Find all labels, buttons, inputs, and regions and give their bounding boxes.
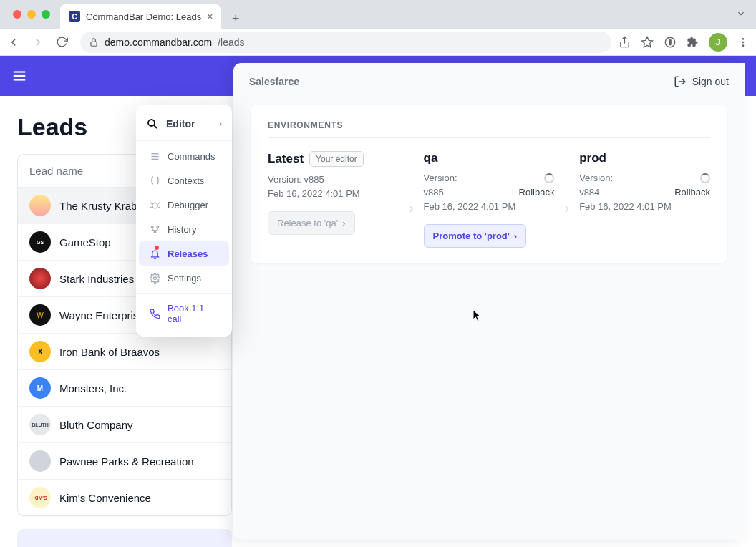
lead-avatar-icon: GS (29, 231, 51, 253)
lead-name: Monsters, Inc. (59, 382, 127, 394)
menu-item-commands[interactable]: Commands (139, 144, 229, 168)
svg-point-5 (742, 38, 745, 40)
your-editor-badge: Your editor (309, 151, 364, 167)
phone-icon (149, 308, 160, 319)
environments-panel: ENVIRONMENTS Latest Your editor Version:… (251, 105, 727, 263)
svg-rect-4 (669, 39, 671, 45)
sign-out-label: Sign out (692, 76, 729, 87)
pagination-placeholder (17, 529, 232, 547)
table-row[interactable]: Pawnee Parks & Recreation (18, 443, 231, 480)
bookmark-star-icon[interactable] (641, 36, 654, 49)
address-bar[interactable]: demo.commandbar.com/leads (80, 32, 611, 53)
tabs-dropdown-icon[interactable] (736, 9, 746, 19)
window-zoom-icon[interactable] (42, 10, 50, 19)
lead-avatar-icon: M (29, 377, 51, 399)
menu-item-label: Releases (168, 248, 208, 259)
table-row[interactable]: MMonsters, Inc. (18, 370, 231, 407)
new-tab-button[interactable]: + (226, 9, 246, 29)
extensions-icon[interactable] (687, 36, 699, 48)
tab-strip: C CommandBar Demo: Leads × + (0, 0, 756, 29)
lead-name: Bluth Company (59, 419, 133, 431)
rollback-button[interactable]: Rollback (674, 185, 710, 200)
menu-item-label: Book 1:1 call (168, 303, 219, 324)
lead-name: GameStop (59, 236, 111, 248)
flow-arrow-icon: › (407, 200, 415, 216)
menu-item-settings[interactable]: Settings (139, 266, 229, 290)
window-controls[interactable] (7, 0, 56, 29)
lead-name: Stark Industries (59, 273, 134, 285)
url-host: demo.commandbar.com (105, 37, 212, 48)
list-icon (149, 150, 160, 162)
table-row[interactable]: XIron Bank of Braavos (18, 334, 231, 370)
environment-prod: prod Version: v884 Rollback Feb 16, 2022… (579, 151, 710, 214)
lead-name: The Krusty Krab (59, 200, 137, 212)
lead-avatar-icon: X (29, 341, 51, 362)
gear-icon (149, 272, 160, 284)
flow-arrow-icon: › (563, 200, 571, 216)
lead-avatar-icon: BLUTH (29, 414, 51, 435)
tab-favicon-icon: C (69, 11, 80, 22)
chevron-right-icon: › (514, 231, 517, 241)
svg-line-13 (154, 125, 157, 128)
editor-menu-header[interactable]: Editor › (136, 110, 232, 137)
lead-avatar-icon (29, 195, 51, 216)
menu-item-releases[interactable]: Releases (139, 241, 229, 266)
env-version-label: Version: (579, 171, 613, 185)
editor-menu-title: Editor (166, 118, 195, 130)
menu-item-label: Commands (168, 151, 215, 162)
svg-point-23 (151, 226, 153, 228)
lock-icon (89, 37, 99, 47)
menu-item-label: Contexts (168, 175, 204, 186)
tab-close-icon[interactable]: × (207, 11, 213, 22)
releases-drawer: Salesfarce Sign out ENVIRONMENTS Latest … (233, 63, 745, 540)
rollback-button[interactable]: Rollback (519, 185, 555, 200)
env-title: Latest (268, 152, 304, 166)
extension-onepassword-icon[interactable] (664, 36, 677, 49)
env-version-label: Version: (424, 171, 457, 185)
menu-item-label: History (168, 224, 196, 235)
avatar-initial: J (715, 37, 720, 47)
menu-item-book-call[interactable]: Book 1:1 call (139, 296, 229, 331)
browser-tab[interactable]: C CommandBar Demo: Leads × (60, 4, 221, 29)
lead-name: Iron Bank of Braavos (59, 346, 160, 358)
env-title: prod (579, 151, 606, 165)
editor-menu: Editor › Commands Contexts Debugger Hist… (136, 105, 232, 337)
menu-item-label: Settings (168, 273, 201, 284)
promote-to-prod-button[interactable]: Promote to 'prod' › (424, 224, 527, 248)
button-label: Promote to 'prod' (433, 231, 510, 241)
nav-reload-button[interactable] (56, 36, 73, 48)
nav-forward-button[interactable] (32, 36, 49, 49)
menu-item-label: Debugger (168, 200, 208, 210)
sign-out-button[interactable]: Sign out (674, 75, 729, 88)
profile-avatar[interactable]: J (709, 33, 727, 52)
menu-item-history[interactable]: History (139, 217, 229, 241)
env-title: qa (424, 151, 438, 165)
env-version: Version: v885 (268, 173, 399, 187)
browser-menu-icon[interactable] (737, 37, 749, 48)
environment-qa: qa Version: v885 Rollback Feb 16, 2022 4… (424, 151, 555, 248)
chevron-right-icon: › (219, 119, 222, 129)
menu-toggle-button[interactable] (11, 68, 27, 84)
svg-point-27 (153, 276, 156, 279)
svg-point-6 (742, 41, 745, 43)
share-icon[interactable] (619, 36, 631, 48)
window-minimize-icon[interactable] (27, 10, 36, 19)
browser-toolbar: demo.commandbar.com/leads J (0, 29, 756, 56)
menu-item-contexts[interactable]: Contexts (139, 168, 229, 193)
drawer-header: Salesfarce Sign out (233, 63, 745, 100)
bug-icon (149, 199, 160, 210)
table-row[interactable]: KIM'SKim's Convenience (18, 480, 231, 515)
notification-dot-icon (155, 246, 159, 250)
svg-point-24 (157, 226, 159, 228)
svg-point-7 (742, 44, 745, 47)
window-close-icon[interactable] (13, 10, 21, 19)
release-to-qa-button[interactable]: Release to 'qa' › (268, 211, 355, 235)
url-path: /leads (218, 37, 244, 48)
nav-back-button[interactable] (7, 36, 24, 49)
branch-icon (149, 223, 160, 235)
divider (136, 293, 232, 294)
table-row[interactable]: BLUTHBluth Company (18, 407, 231, 443)
svg-marker-2 (642, 37, 653, 47)
menu-item-debugger[interactable]: Debugger (139, 193, 229, 217)
browser-chrome: C CommandBar Demo: Leads × + demo.comman… (0, 0, 756, 56)
